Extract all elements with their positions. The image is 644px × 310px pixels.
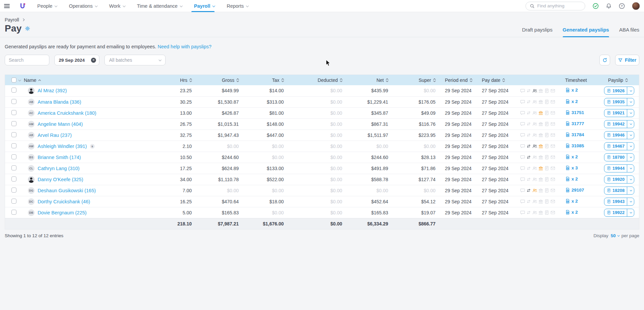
row-checkbox[interactable] <box>11 154 16 159</box>
clear-date-icon[interactable]: ✕ <box>91 58 96 63</box>
row-checkbox[interactable] <box>11 165 16 170</box>
transfer-icon[interactable] <box>526 188 531 193</box>
col-header-deducted[interactable]: Deducted <box>288 75 346 85</box>
comment-icon[interactable] <box>520 199 525 204</box>
tab-aba-files[interactable]: ABA files <box>619 27 639 37</box>
email-icon[interactable] <box>550 166 555 171</box>
timesheet-link[interactable]: 29107 <box>561 188 584 193</box>
nav-item-work[interactable]: Work <box>104 0 130 12</box>
email-icon[interactable] <box>550 155 555 160</box>
timesheet-link[interactable]: x 2 <box>561 176 578 182</box>
employee-name-link[interactable]: America Cruickshank (180) <box>38 110 96 116</box>
bank-icon[interactable] <box>538 144 543 149</box>
note-icon[interactable] <box>544 188 549 193</box>
note-icon[interactable] <box>544 210 549 215</box>
row-checkbox[interactable] <box>11 199 16 204</box>
people-icon[interactable] <box>532 177 537 182</box>
payslip-button[interactable]: 19926 <box>604 87 634 95</box>
comment-icon[interactable] <box>520 110 525 115</box>
email-icon[interactable] <box>550 199 555 204</box>
comment-icon[interactable] <box>520 88 525 93</box>
employee-name-link[interactable]: Angeline Mann (404) <box>38 121 83 127</box>
table-search-field[interactable] <box>5 55 49 65</box>
col-header-tax[interactable]: Tax <box>243 75 288 85</box>
transfer-icon[interactable] <box>526 155 531 160</box>
row-checkbox[interactable] <box>11 176 16 182</box>
note-icon[interactable] <box>544 166 549 171</box>
people-icon[interactable] <box>532 188 537 193</box>
comment-icon[interactable] <box>520 121 525 126</box>
row-checkbox[interactable] <box>11 88 16 93</box>
email-icon[interactable] <box>550 99 555 104</box>
payslip-button[interactable]: 19942 <box>604 120 634 128</box>
note-icon[interactable] <box>544 110 549 115</box>
bank-icon[interactable] <box>538 166 543 171</box>
per-page-dropdown[interactable]: 50 <box>611 233 619 238</box>
row-checkbox[interactable] <box>11 99 16 104</box>
global-search[interactable] <box>525 2 585 10</box>
timesheet-link[interactable]: x 2 <box>561 154 578 159</box>
filter-button[interactable]: Filter <box>615 55 639 65</box>
payslip-button[interactable]: 19943 <box>604 198 634 206</box>
bank-icon[interactable] <box>538 110 543 115</box>
comment-icon[interactable] <box>520 177 525 182</box>
bank-icon[interactable] <box>538 133 543 138</box>
hamburger-menu-icon[interactable] <box>4 4 10 8</box>
payslip-button[interactable]: 19946 <box>604 131 634 139</box>
payslip-button[interactable]: 18208 <box>604 187 634 195</box>
payslip-dropdown-button[interactable] <box>627 87 634 94</box>
transfer-icon[interactable] <box>526 177 531 182</box>
bank-icon[interactable] <box>538 88 543 93</box>
people-icon[interactable] <box>532 121 537 126</box>
note-icon[interactable] <box>544 99 549 104</box>
pay-date-filter[interactable]: 29 Sep 2024 ✕ <box>54 55 99 65</box>
people-icon[interactable] <box>532 144 537 149</box>
people-icon[interactable] <box>532 88 537 93</box>
row-checkbox[interactable] <box>11 110 16 115</box>
employee-name-link[interactable]: Ashleigh Windler (391) <box>38 144 87 149</box>
timesheet-link[interactable]: 31777 <box>561 121 584 126</box>
row-checkbox[interactable] <box>11 121 16 126</box>
email-icon[interactable] <box>550 88 555 93</box>
timesheet-link[interactable]: 31085 <box>561 143 584 148</box>
payslip-dropdown-button[interactable] <box>627 209 634 216</box>
people-icon[interactable] <box>532 99 537 104</box>
row-checkbox[interactable] <box>11 132 16 137</box>
breadcrumb-payroll-link[interactable]: Payroll <box>5 17 19 22</box>
note-icon[interactable] <box>544 88 549 93</box>
payslip-button[interactable]: 18780 <box>604 153 634 161</box>
payslip-dropdown-button[interactable] <box>627 176 634 183</box>
transfer-icon[interactable] <box>526 133 531 138</box>
notifications-bell-icon[interactable] <box>606 3 612 9</box>
refresh-button[interactable] <box>599 55 610 65</box>
note-icon[interactable] <box>544 177 549 182</box>
bank-icon[interactable] <box>538 99 543 104</box>
status-check-icon[interactable] <box>593 3 599 9</box>
transfer-icon[interactable] <box>526 99 531 104</box>
col-header-pay_date[interactable]: Pay date <box>480 75 520 85</box>
comment-icon[interactable] <box>520 166 525 171</box>
payslip-dropdown-button[interactable] <box>627 120 634 128</box>
nav-item-payroll[interactable]: Payroll <box>189 0 219 12</box>
payslip-button[interactable]: 19920 <box>604 175 634 184</box>
payslip-dropdown-button[interactable] <box>627 198 634 205</box>
note-icon[interactable] <box>544 121 549 126</box>
col-header-hrs[interactable]: Hrs <box>173 75 196 85</box>
bank-icon[interactable] <box>538 155 543 160</box>
employee-name-link[interactable]: Dorthy Cruickshank (46) <box>38 199 90 204</box>
employee-name-link[interactable]: Danny O'Keefe (325) <box>38 177 83 182</box>
table-search-input[interactable] <box>9 57 45 63</box>
batches-dropdown[interactable]: All batches <box>104 55 166 65</box>
employee-name-link[interactable]: Cathryn Lang (310) <box>38 166 80 171</box>
col-header-super[interactable]: Super <box>392 75 440 85</box>
people-icon[interactable] <box>532 210 537 215</box>
email-icon[interactable] <box>550 110 555 115</box>
comment-icon[interactable] <box>520 144 525 149</box>
people-icon[interactable] <box>532 133 537 138</box>
col-header-name[interactable]: Name <box>24 75 173 85</box>
select-all-checkbox[interactable] <box>11 78 16 83</box>
col-header-net[interactable]: Net <box>346 75 392 85</box>
timesheet-link[interactable]: 31751 <box>561 110 584 115</box>
help-icon[interactable]: ? <box>619 3 625 9</box>
timesheet-link[interactable]: x 3 <box>561 165 578 170</box>
